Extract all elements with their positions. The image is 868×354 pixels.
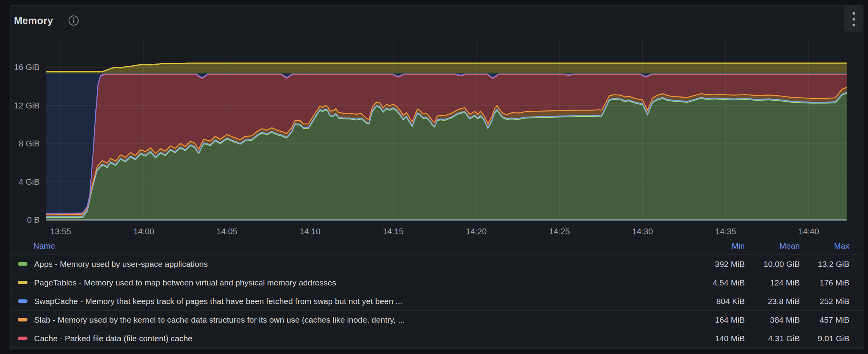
panel-menu-button[interactable] — [844, 6, 863, 32]
series-min-value: 164 MiB — [679, 315, 745, 325]
y-axis-tick-label: 0 B — [27, 215, 40, 225]
series-label[interactable]: Slab - Memory used by the kernel to cach… — [34, 315, 679, 325]
series-min-value: 4.54 MiB — [679, 278, 745, 287]
menu-dot — [852, 18, 855, 21]
series-max-value: 13.2 GiB — [800, 259, 849, 269]
y-axis-tick-label: 8 GiB — [19, 139, 40, 148]
series-mean-value: 4.31 GiB — [745, 334, 800, 343]
series-max-value: 457 MiB — [800, 315, 849, 325]
series-min-value: 392 MiB — [679, 259, 745, 269]
legend-table: Name Min Mean Max Apps - Memory used by … — [10, 237, 864, 348]
series-mean-value: 384 MiB — [745, 315, 800, 325]
legend-row[interactable]: PageTables - Memory used to map between … — [10, 273, 864, 292]
legend-row[interactable]: Cache - Parked file data (file content) … — [10, 329, 864, 348]
x-axis-tick-label: 14:30 — [632, 227, 653, 236]
x-axis-tick-label: 14:10 — [300, 227, 320, 236]
series-min-value: 140 MiB — [679, 334, 745, 343]
series-max-value: 252 MiB — [800, 297, 849, 306]
y-axis-tick-label: 16 GiB — [14, 63, 40, 72]
y-axis-tick-label: 12 GiB — [14, 101, 40, 110]
x-axis-tick-label: 13:55 — [50, 227, 71, 236]
series-label[interactable]: PageTables - Memory used to map between … — [34, 278, 679, 287]
legend-header-min[interactable]: Min — [679, 241, 745, 251]
menu-dot — [852, 12, 855, 15]
legend-row[interactable]: Apps - Memory used by user-space applica… — [10, 255, 864, 273]
series-mean-value: 124 MiB — [745, 278, 800, 287]
y-axis-tick-label: 4 GiB — [19, 177, 40, 187]
series-color-swatch — [18, 281, 28, 284]
series-mean-value: 23.8 MiB — [745, 297, 800, 306]
series-color-swatch — [18, 299, 28, 303]
info-icon[interactable] — [68, 15, 79, 28]
series-max-value: 9.01 GiB — [800, 334, 849, 343]
series-mean-value: 10.00 GiB — [745, 259, 800, 269]
legend-header-name[interactable]: Name — [18, 241, 679, 251]
series-label[interactable]: SwapCache - Memory that keeps track of p… — [34, 297, 679, 306]
pagetables-area — [46, 63, 847, 73]
x-axis-tick-label: 14:05 — [217, 227, 238, 236]
series-color-swatch — [18, 318, 28, 321]
x-axis-tick-label: 14:00 — [133, 227, 154, 236]
x-axis-tick-label: 14:35 — [715, 227, 736, 236]
series-max-value: 176 MiB — [800, 278, 849, 287]
legend-header-row: Name Min Mean Max — [10, 237, 864, 255]
legend-header-mean[interactable]: Mean — [745, 241, 800, 251]
series-label[interactable]: Apps - Memory used by user-space applica… — [34, 259, 679, 269]
panel-title[interactable]: Memory — [14, 15, 53, 27]
x-axis-tick-label: 14:20 — [466, 227, 487, 236]
series-color-swatch — [18, 262, 28, 266]
menu-dot — [852, 24, 855, 26]
series-color-swatch — [18, 337, 28, 340]
series-label[interactable]: Cache - Parked file data (file content) … — [34, 334, 679, 343]
x-axis-tick-label: 14:25 — [549, 227, 570, 236]
legend-row[interactable]: Slab - Memory used by the kernel to cach… — [10, 311, 864, 329]
x-axis-tick-label: 14:40 — [798, 227, 819, 236]
series-min-value: 804 KiB — [679, 297, 745, 306]
legend-row[interactable]: SwapCache - Memory that keeps track of p… — [10, 292, 864, 311]
dashboard-canvas: Memory 0 B4 GiB8 GiB12 GiB16 GiB13:5514:… — [0, 0, 868, 354]
legend-header-max[interactable]: Max — [800, 241, 849, 251]
x-axis-tick-label: 14:15 — [383, 227, 404, 236]
